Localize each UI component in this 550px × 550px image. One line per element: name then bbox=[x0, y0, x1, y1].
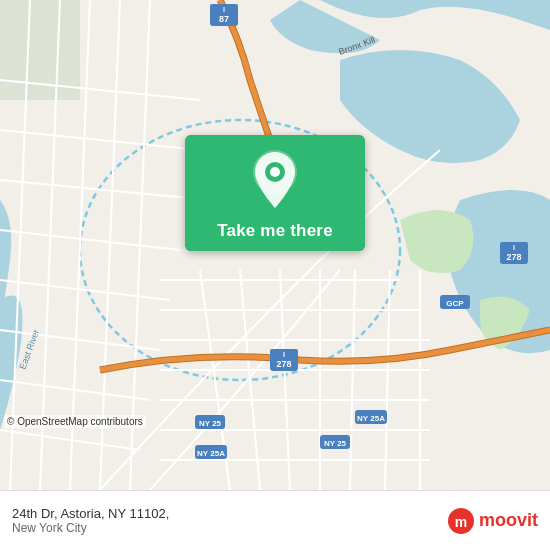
moovit-icon: m bbox=[447, 507, 475, 535]
svg-text:m: m bbox=[455, 514, 467, 530]
footer-bar: 24th Dr, Astoria, NY 11102, New York Cit… bbox=[0, 490, 550, 550]
svg-text:278: 278 bbox=[506, 252, 521, 262]
svg-text:NY 25: NY 25 bbox=[199, 419, 222, 428]
svg-text:I: I bbox=[223, 6, 225, 13]
svg-text:I: I bbox=[513, 244, 515, 251]
moovit-logo: m moovit bbox=[447, 507, 538, 535]
moovit-text: moovit bbox=[479, 510, 538, 531]
svg-text:NY 25A: NY 25A bbox=[197, 449, 225, 458]
svg-text:NY 25A: NY 25A bbox=[357, 414, 385, 423]
svg-text:278: 278 bbox=[276, 359, 291, 369]
svg-point-56 bbox=[270, 167, 280, 177]
footer-address-block: 24th Dr, Astoria, NY 11102, New York Cit… bbox=[12, 506, 169, 535]
map-attribution: © OpenStreetMap contributors bbox=[4, 415, 146, 428]
map-container: 278 I 87 I 278 I GCP NY 25 NY 25 NY 25A … bbox=[0, 0, 550, 490]
take-me-there-label: Take me there bbox=[217, 221, 333, 241]
footer-address: 24th Dr, Astoria, NY 11102, bbox=[12, 506, 169, 521]
svg-text:I: I bbox=[283, 351, 285, 358]
svg-text:87: 87 bbox=[219, 14, 229, 24]
take-me-there-button[interactable]: Take me there bbox=[185, 135, 365, 251]
location-pin-icon bbox=[245, 147, 305, 217]
svg-text:GCP: GCP bbox=[446, 299, 464, 308]
footer-city: New York City bbox=[12, 521, 169, 535]
svg-text:NY 25: NY 25 bbox=[324, 439, 347, 448]
